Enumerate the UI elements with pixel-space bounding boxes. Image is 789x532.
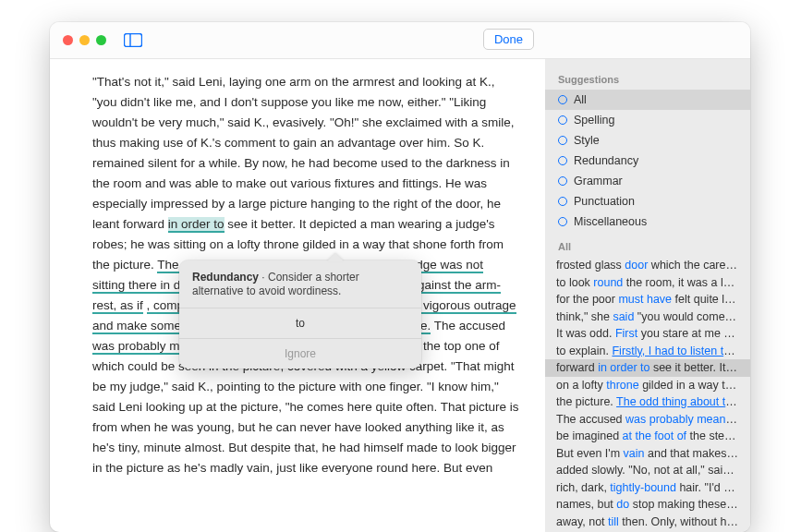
list-item-keyword: Firstly, I had to listen to… xyxy=(612,345,741,357)
suggestion-popover: Redundancy · Consider a shorter alternat… xyxy=(179,260,421,369)
list-item-pre: frosted glass xyxy=(556,259,625,272)
list-item-post: then. Only, without hel… xyxy=(619,515,747,528)
editor-text: "That's not it," said Leni, laying one a… xyxy=(92,75,514,231)
filter-grammar[interactable]: Grammar xyxy=(545,171,750,191)
filter-label: Redundancy xyxy=(574,152,638,169)
list-item-post: hair. "I'd b… xyxy=(676,481,742,494)
popover-ignore-button[interactable]: Ignore xyxy=(179,338,421,369)
suggestion-list-item[interactable]: the picture. The odd thing about th… xyxy=(545,393,750,411)
list-item-post: stop making these m… xyxy=(629,498,750,511)
popover-category: Redundancy xyxy=(192,271,259,284)
suggestion-list-item[interactable]: The accused was probably meant t… xyxy=(545,411,750,429)
list-item-keyword: at the foot of xyxy=(623,429,687,442)
filter-style[interactable]: Style xyxy=(545,130,750,151)
svg-rect-0 xyxy=(125,34,142,47)
list-item-post: felt quite los… xyxy=(672,293,748,306)
filter-misc[interactable]: Miscellaneous xyxy=(545,212,750,232)
filter-punctuation[interactable]: Punctuation xyxy=(545,191,750,212)
list-item-pre: names, but xyxy=(556,498,616,511)
minimize-window-button[interactable] xyxy=(79,35,90,45)
suggestion-list-item[interactable]: forward in order to see it better. It d… xyxy=(545,359,750,377)
suggestion-list-item[interactable]: think," she said "you would come o… xyxy=(545,308,750,326)
filter-label: Style xyxy=(574,132,600,149)
suggestions-heading: Suggestions xyxy=(545,65,750,90)
filter-label: Punctuation xyxy=(574,193,635,210)
done-button[interactable]: Done xyxy=(483,29,534,50)
app-window: Done "That's not it," said Leni, laying … xyxy=(50,22,750,532)
list-item-pre: to explain. xyxy=(556,345,612,357)
suggestion-list-item[interactable]: added slowly. "No, not at all," said… xyxy=(545,462,750,479)
list-item-pre: rich, dark, xyxy=(556,481,610,494)
list-item-keyword: in order to xyxy=(598,361,649,374)
highlighted-phrase[interactable]: in order to xyxy=(168,217,225,233)
list-item-post: "you would come o… xyxy=(634,310,746,323)
filter-spelling[interactable]: Spelling xyxy=(545,110,750,130)
suggestion-list-item[interactable]: rich, dark, tightly-bound hair. "I'd b… xyxy=(545,479,750,497)
suggestion-list-item[interactable]: to explain. Firstly, I had to listen to… xyxy=(545,343,750,360)
sidebar-toggle-button[interactable] xyxy=(123,32,143,49)
zoom-window-button[interactable] xyxy=(96,35,106,45)
list-item-keyword: must have xyxy=(618,293,672,306)
list-item-keyword: said xyxy=(613,310,634,323)
sidebar-icon xyxy=(124,33,142,47)
filter-label: Grammar xyxy=(574,173,623,189)
editor-text xyxy=(143,298,147,312)
list-item-post: which the carer… xyxy=(648,259,741,272)
window-controls xyxy=(63,35,106,45)
popover-suggestion-button[interactable]: to xyxy=(179,308,421,338)
suggestion-list-item[interactable]: It was odd. First you stare at me as… xyxy=(545,325,750,343)
list-item-post: the steps… xyxy=(686,429,748,442)
popover-header: Redundancy · Consider a shorter alternat… xyxy=(179,260,421,308)
filter-label: Spelling xyxy=(574,112,614,128)
filter-all[interactable]: All xyxy=(545,90,750,110)
list-heading: All xyxy=(545,232,750,257)
list-item-keyword: was probably meant xyxy=(625,413,737,426)
suggestion-list-item[interactable]: be imagined at the foot of the steps… xyxy=(545,428,750,445)
list-item-post: see it better. It d… xyxy=(649,361,747,374)
list-item-keyword: do xyxy=(616,498,629,511)
suggestion-list-item[interactable]: names, but do stop making these m… xyxy=(545,496,750,514)
list-item-pre: for the poor xyxy=(556,293,618,306)
radio-icon xyxy=(558,176,567,186)
list-item-keyword: tightly-bound xyxy=(610,481,676,494)
list-item-pre: on a lofty xyxy=(556,379,606,392)
list-item-keyword: The odd thing about th… xyxy=(616,395,744,408)
suggestions-panel: Suggestions All Spelling Style Redundanc… xyxy=(545,59,750,532)
radio-icon xyxy=(558,95,567,104)
list-item-pre: forward xyxy=(556,361,598,374)
list-item-keyword: First xyxy=(615,327,637,340)
panel-content: Suggestions All Spelling Style Redundanc… xyxy=(545,59,750,532)
suggestion-list-item[interactable]: on a lofty throne gilded in a way tha… xyxy=(545,377,750,394)
list-item-keyword: round xyxy=(593,276,623,289)
list-item-keyword: door xyxy=(625,259,648,272)
list-item-pre: the picture. xyxy=(556,395,616,408)
filter-label: Miscellaneous xyxy=(574,213,647,230)
filter-label: All xyxy=(574,91,587,108)
radio-icon xyxy=(558,115,567,125)
filter-redundancy[interactable]: Redundancy xyxy=(545,151,750,171)
list-item-keyword: till xyxy=(608,515,619,528)
close-window-button[interactable] xyxy=(63,35,73,45)
list-item-post: and that makes m… xyxy=(645,447,751,460)
list-item-pre: away, not xyxy=(556,515,608,528)
list-item-keyword: vain xyxy=(624,447,645,460)
radio-icon xyxy=(558,217,567,226)
radio-icon xyxy=(558,136,567,145)
list-item-pre: It was odd. xyxy=(556,327,615,340)
editor-text: The accused xyxy=(431,319,505,332)
list-item-pre: But even I'm xyxy=(556,447,624,460)
list-item-pre: to look xyxy=(556,276,593,289)
suggestion-list-item[interactable]: But even I'm vain and that makes m… xyxy=(545,445,750,463)
titlebar: Done xyxy=(50,22,750,59)
suggestion-list-item[interactable]: frosted glass door which the carer… xyxy=(545,257,750,274)
list-item-keyword: throne xyxy=(606,379,638,392)
radio-icon xyxy=(558,156,567,165)
suggestion-list-item[interactable]: for the poor must have felt quite los… xyxy=(545,291,750,308)
list-item-post: you stare at me as… xyxy=(637,327,747,340)
list-item-post: the room, it was a lar… xyxy=(623,276,745,289)
suggestion-list: frosted glass door which the carer…to lo… xyxy=(545,257,750,532)
list-item-pre: be imagined xyxy=(556,429,623,442)
list-item-pre: think," she xyxy=(556,310,613,323)
suggestion-list-item[interactable]: to look round the room, it was a lar… xyxy=(545,274,750,292)
suggestion-list-item[interactable]: away, not till then. Only, without hel… xyxy=(545,514,750,531)
